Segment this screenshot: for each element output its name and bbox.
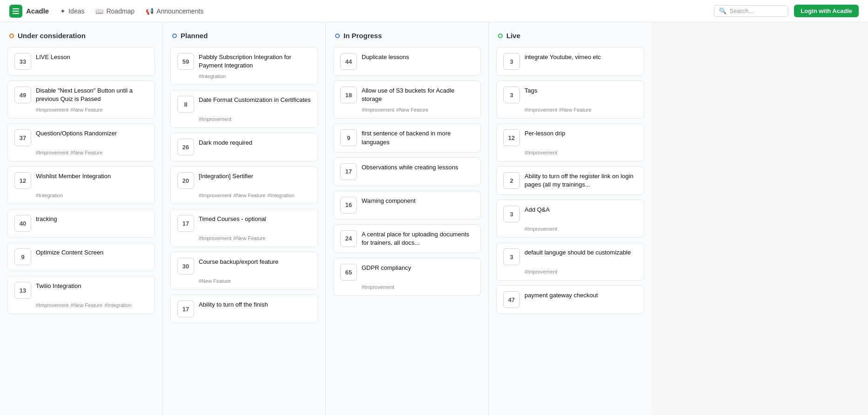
nav-announcements-label: Announcements: [156, 7, 203, 15]
vote-count[interactable]: 12: [503, 129, 520, 146]
column-title-under-consideration: Under consideration: [18, 32, 86, 40]
ideas-icon: ✦: [60, 7, 66, 15]
list-item[interactable]: 17Ability to turn off the finish: [170, 295, 318, 323]
announcements-icon: 📢: [146, 7, 154, 15]
card-title: Per-lesson drip: [525, 129, 565, 138]
nav-announcements[interactable]: 📢 Announcements: [146, 7, 203, 15]
list-item[interactable]: 9Optimize Content Screen: [7, 242, 155, 271]
list-item[interactable]: 3Add Q&A#Improvement: [496, 200, 644, 238]
vote-count[interactable]: 33: [14, 53, 31, 70]
list-item[interactable]: 30Course backup/export feature#New Featu…: [170, 252, 318, 290]
vote-count[interactable]: 8: [177, 96, 194, 113]
tag: #Improvement: [36, 150, 68, 155]
vote-count[interactable]: 9: [340, 129, 357, 146]
nav-roadmap[interactable]: 📖 Roadmap: [95, 7, 135, 15]
vote-count[interactable]: 18: [340, 87, 357, 103]
list-item[interactable]: 26Dark mode required: [170, 133, 318, 161]
list-item[interactable]: 65GDPR compliancy#Improvement: [333, 258, 481, 296]
list-item[interactable]: 3Tags#Improvement#New Feature: [496, 80, 644, 119]
list-item[interactable]: 33LIVE Lesson: [7, 47, 155, 76]
vote-count[interactable]: 3: [503, 206, 520, 222]
tag: #Improvement: [525, 226, 557, 232]
vote-count[interactable]: 3: [503, 87, 520, 103]
vote-count[interactable]: 26: [177, 139, 194, 155]
list-item[interactable]: 13Twilio Integration#Improvement#New Fea…: [7, 276, 155, 314]
vote-count[interactable]: 65: [340, 264, 357, 281]
vote-count[interactable]: 49: [14, 87, 31, 103]
vote-count[interactable]: 3: [503, 248, 520, 265]
column-header-planned: Planned: [170, 32, 318, 40]
vote-count[interactable]: 40: [14, 215, 31, 232]
column-title-planned: Planned: [181, 32, 208, 40]
card-title: Add Q&A: [525, 206, 550, 214]
menu-icon: [12, 7, 20, 15]
card-tags: #Improvement#New Feature: [177, 235, 311, 241]
vote-count[interactable]: 3: [503, 53, 520, 70]
search-placeholder: Search...: [729, 7, 754, 14]
vote-count[interactable]: 9: [14, 248, 31, 265]
card-tags: #Improvement: [503, 269, 637, 274]
column-under-consideration: Under consideration33LIVE Lesson49Disabl…: [0, 22, 163, 415]
login-button[interactable]: Login with Acadle: [794, 5, 859, 17]
list-item[interactable]: 2Ability to turn off the register link o…: [496, 166, 644, 195]
search-box[interactable]: 🔍 Search...: [714, 5, 788, 17]
card-title: A central place for uploading documents …: [362, 230, 474, 247]
header-right: 🔍 Search... Login with Acadle: [714, 5, 859, 17]
header: Acadle ✦ Ideas 📖 Roadmap 📢 Announcements…: [0, 0, 868, 22]
vote-count[interactable]: 17: [340, 163, 357, 180]
search-icon: 🔍: [719, 7, 727, 14]
tag: #Improvement: [525, 107, 557, 113]
list-item[interactable]: 12Wishlist Member Integration#Integratio…: [7, 166, 155, 204]
card-title: tracking: [36, 215, 57, 223]
vote-count[interactable]: 13: [14, 282, 31, 299]
vote-count[interactable]: 37: [14, 129, 31, 146]
tag: #Integration: [199, 74, 226, 79]
list-item[interactable]: 24A central place for uploading document…: [333, 224, 481, 253]
card-title: Ability to turn off the finish: [199, 301, 268, 309]
column-content-live: 3integrate Youtube, vimeo etc3Tags#Impro…: [496, 47, 644, 314]
card-tags: #Improvement#New Feature#Integration: [177, 193, 311, 198]
nav-ideas[interactable]: ✦ Ideas: [60, 7, 84, 15]
vote-count[interactable]: 47: [503, 291, 520, 308]
column-header-in-progress: In Progress: [333, 32, 481, 40]
list-item[interactable]: 40tracking: [7, 209, 155, 238]
list-item[interactable]: 17Timed Courses - optional#Improvement#N…: [170, 209, 318, 247]
tag: #Integration: [104, 302, 131, 308]
list-item[interactable]: 16Warning component: [333, 191, 481, 220]
vote-count[interactable]: 17: [177, 301, 194, 317]
card-title: first sentence of backend in more langua…: [362, 129, 474, 146]
vote-count[interactable]: 12: [14, 172, 31, 189]
list-item[interactable]: 9first sentence of backend in more langu…: [333, 123, 481, 152]
vote-count[interactable]: 17: [177, 215, 194, 232]
tag: #New Feature: [559, 107, 591, 113]
list-item[interactable]: 18Allow use of S3 buckets for Acadle sto…: [333, 80, 481, 119]
column-title-live: Live: [506, 32, 520, 40]
list-item[interactable]: 47payment gateway checkout: [496, 285, 644, 314]
card-title: Disable "Next Lesson" Button until a pre…: [36, 87, 148, 103]
tag: #New Feature: [199, 278, 231, 284]
list-item[interactable]: 59Pabbly Subscription Integration for Pa…: [170, 47, 318, 85]
list-item[interactable]: 17Observations while creating lessons: [333, 157, 481, 186]
svg-rect-0: [13, 8, 19, 9]
vote-count[interactable]: 16: [340, 197, 357, 214]
card-tags: #Improvement#New Feature: [14, 107, 148, 113]
list-item[interactable]: 44Duplicate lessons: [333, 47, 481, 76]
list-item[interactable]: 49Disable "Next Lesson" Button until a p…: [7, 80, 155, 119]
column-content-in-progress: 44Duplicate lessons18Allow use of S3 buc…: [333, 47, 481, 296]
vote-count[interactable]: 30: [177, 258, 194, 274]
vote-count[interactable]: 44: [340, 53, 357, 70]
vote-count[interactable]: 20: [177, 172, 194, 189]
list-item[interactable]: 37Question/Options Randomizer#Improvemen…: [7, 123, 155, 161]
list-item[interactable]: 8Date Format Customization in Certificat…: [170, 90, 318, 128]
card-title: default languge should be customizable: [525, 248, 631, 257]
list-item[interactable]: 12Per-lesson drip#Improvement: [496, 123, 644, 161]
vote-count[interactable]: 2: [503, 172, 520, 189]
card-tags: #Improvement: [177, 116, 311, 122]
card-title: Allow use of S3 buckets for Acadle stora…: [362, 87, 474, 103]
list-item[interactable]: 3default languge should be customizable#…: [496, 242, 644, 281]
list-item[interactable]: 3integrate Youtube, vimeo etc: [496, 47, 644, 76]
column-dot-live: [498, 33, 503, 38]
vote-count[interactable]: 24: [340, 230, 357, 247]
vote-count[interactable]: 59: [177, 53, 194, 70]
list-item[interactable]: 20[Integration] Sertifier#Improvement#Ne…: [170, 166, 318, 204]
